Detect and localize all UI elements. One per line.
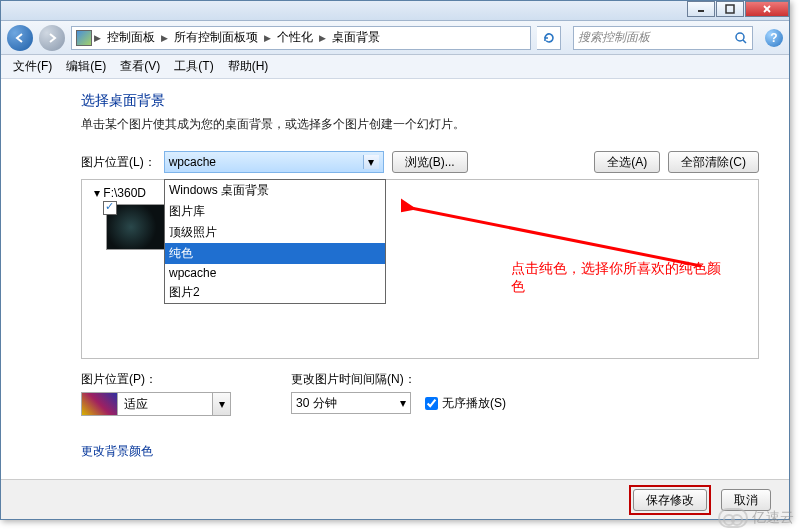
- menu-edit[interactable]: 编辑(E): [60, 55, 112, 78]
- search-input[interactable]: 搜索控制面板: [573, 26, 753, 50]
- svg-rect-1: [726, 5, 734, 13]
- svg-line-5: [743, 40, 746, 43]
- control-panel-icon: [76, 30, 92, 46]
- navbar: ▶ 控制面板 ▶ 所有控制面板项 ▶ 个性化 ▶ 桌面背景 搜索控制面板 ?: [1, 21, 789, 55]
- chevron-down-icon: ▾: [212, 393, 230, 415]
- location-row: 图片位置(L)： wpcache ▾ 浏览(B)... 全选(A) 全部清除(C…: [81, 151, 759, 173]
- chevron-right-icon: ▶: [264, 33, 271, 43]
- picture-thumbnail[interactable]: [106, 204, 168, 250]
- close-button[interactable]: [745, 1, 789, 17]
- window-frame: ▶ 控制面板 ▶ 所有控制面板项 ▶ 个性化 ▶ 桌面背景 搜索控制面板 ? 文…: [0, 0, 790, 520]
- chevron-down-icon: ▾: [363, 155, 379, 169]
- breadcrumb-item[interactable]: 所有控制面板项: [170, 27, 262, 48]
- chevron-down-icon: ▾: [400, 396, 406, 410]
- chevron-right-icon: ▶: [161, 33, 168, 43]
- menu-help[interactable]: 帮助(H): [222, 55, 275, 78]
- page-title: 选择桌面背景: [81, 92, 759, 110]
- menu-tools[interactable]: 工具(T): [168, 55, 219, 78]
- dropdown-item[interactable]: wpcache: [165, 264, 385, 282]
- dropdown-item[interactable]: Windows 桌面背景: [165, 180, 385, 201]
- search-placeholder: 搜索控制面板: [578, 29, 650, 46]
- collapse-icon: ▾: [94, 186, 100, 200]
- minimize-button[interactable]: [687, 1, 715, 17]
- fit-value: 适应: [124, 396, 148, 413]
- watermark-text: 亿速云: [752, 509, 794, 527]
- interval-select[interactable]: 30 分钟 ▾: [291, 392, 411, 414]
- chevron-right-icon: ▶: [319, 33, 326, 43]
- browse-button[interactable]: 浏览(B)...: [392, 151, 468, 173]
- bottom-options-row: 图片位置(P)： 适应 ▾ 更改图片时间间隔(N)： 30 分钟 ▾ 无序播放(…: [81, 371, 759, 416]
- menu-file[interactable]: 文件(F): [7, 55, 58, 78]
- refresh-button[interactable]: [537, 26, 561, 50]
- location-value: wpcache: [169, 155, 216, 169]
- fit-combobox[interactable]: 适应 ▾: [81, 392, 231, 416]
- breadcrumb[interactable]: ▶ 控制面板 ▶ 所有控制面板项 ▶ 个性化 ▶ 桌面背景: [71, 26, 531, 50]
- interval-value: 30 分钟: [296, 395, 337, 412]
- breadcrumb-item[interactable]: 个性化: [273, 27, 317, 48]
- search-icon: [734, 31, 748, 45]
- fit-label: 图片位置(P)：: [81, 371, 231, 388]
- forward-button[interactable]: [39, 25, 65, 51]
- dropdown-item[interactable]: 顶级照片: [165, 222, 385, 243]
- change-bg-color-link[interactable]: 更改背景颜色: [81, 443, 153, 460]
- dropdown-item[interactable]: 图片库: [165, 201, 385, 222]
- save-button[interactable]: 保存修改: [633, 489, 707, 511]
- maximize-button[interactable]: [716, 1, 744, 17]
- select-all-button[interactable]: 全选(A): [594, 151, 660, 173]
- breadcrumb-item[interactable]: 控制面板: [103, 27, 159, 48]
- location-dropdown-list: Windows 桌面背景 图片库 顶级照片 纯色 wpcache 图片2: [164, 179, 386, 304]
- annotation-text: 点击纯色，选择你所喜欢的纯色颜 色: [511, 259, 721, 295]
- footer: 保存修改 取消: [1, 479, 789, 519]
- shuffle-label: 无序播放(S): [442, 395, 506, 412]
- chevron-right-icon: ▶: [94, 33, 101, 43]
- page-subtitle: 单击某个图片使其成为您的桌面背景，或选择多个图片创建一个幻灯片。: [81, 116, 759, 133]
- shuffle-checkbox-input[interactable]: [425, 397, 438, 410]
- svg-point-4: [736, 33, 744, 41]
- fit-preview-icon: [82, 393, 118, 415]
- menu-view[interactable]: 查看(V): [114, 55, 166, 78]
- watermark-logo-icon: [718, 508, 748, 528]
- breadcrumb-item[interactable]: 桌面背景: [328, 27, 384, 48]
- back-button[interactable]: [7, 25, 33, 51]
- save-button-highlight: 保存修改: [629, 485, 711, 515]
- menubar: 文件(F) 编辑(E) 查看(V) 工具(T) 帮助(H): [1, 55, 789, 79]
- watermark: 亿速云: [718, 508, 794, 528]
- dropdown-item[interactable]: 图片2: [165, 282, 385, 303]
- titlebar: [1, 1, 789, 21]
- interval-label: 更改图片时间间隔(N)：: [291, 371, 506, 388]
- shuffle-checkbox[interactable]: 无序播放(S): [425, 395, 506, 412]
- svg-line-6: [411, 208, 701, 266]
- clear-all-button[interactable]: 全部清除(C): [668, 151, 759, 173]
- location-label: 图片位置(L)：: [81, 154, 156, 171]
- help-icon[interactable]: ?: [765, 29, 783, 47]
- location-combobox[interactable]: wpcache ▾: [164, 151, 384, 173]
- dropdown-item-selected[interactable]: 纯色: [165, 243, 385, 264]
